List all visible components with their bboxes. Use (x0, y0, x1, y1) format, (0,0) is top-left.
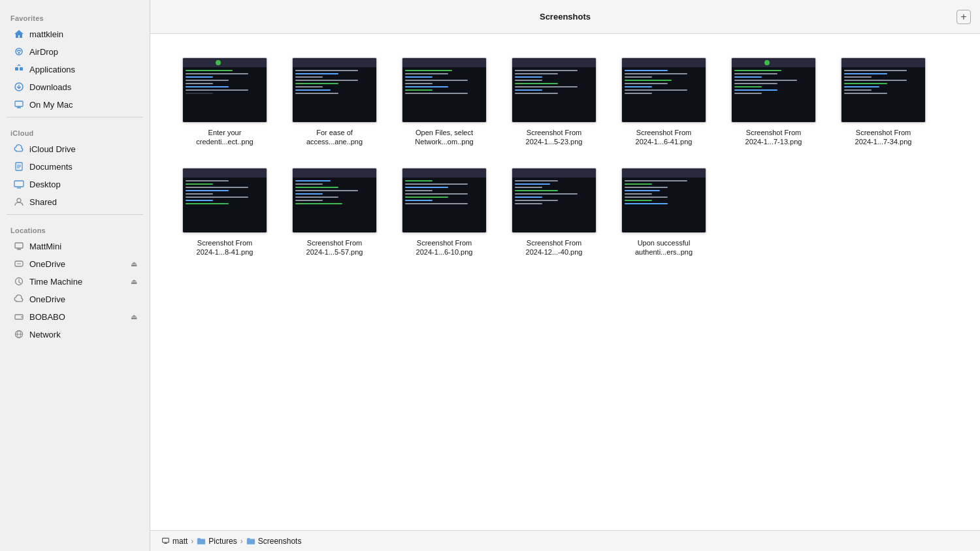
breadcrumb-pictures[interactable]: Pictures (197, 537, 237, 546)
file-label-2: For ease ofaccess...ane..png (306, 128, 363, 147)
file-label-12: Upon successfulauthenti...ers..png (635, 238, 693, 257)
timemachine-icon (13, 276, 25, 287)
file-item-4[interactable]: Screenshot From2024-1...5-23.png (502, 54, 606, 151)
file-label-10: Screenshot From2024-1...6-10.png (416, 238, 473, 257)
sidebar-label-timemachine: Time Machine (29, 277, 82, 287)
eject-onedrive1-button[interactable]: ⏏ (129, 259, 139, 269)
shared-icon (13, 196, 25, 208)
file-item-6[interactable]: Screenshot From2024-1...7-13.png (721, 54, 826, 151)
sidebar-label-shared: Shared (29, 197, 57, 207)
breadcrumb-pictures-label: Pictures (208, 537, 237, 546)
svg-rect-9 (15, 243, 23, 248)
breadcrumb-sep-2: › (240, 537, 243, 546)
sidebar-item-icloud-drive[interactable]: iCloud Drive (4, 140, 146, 157)
file-thumb-5 (621, 57, 706, 123)
sidebar-label-bobabo: BOBABO (29, 312, 65, 322)
sidebar-item-mattmini[interactable]: MattMini (4, 238, 146, 255)
svg-rect-16 (162, 538, 169, 543)
file-item-11[interactable]: Screenshot From2024-12...-40.png (502, 164, 606, 261)
sidebar-label-downloads: Downloads (29, 82, 71, 92)
network-icon (13, 328, 25, 340)
file-item-7[interactable]: Screenshot From2024-1...7-34.png (831, 54, 936, 151)
sidebar-label-onedrive2: OneDrive (29, 294, 65, 304)
svg-point-8 (17, 198, 21, 202)
sidebar-divider-1 (7, 117, 143, 118)
sidebar-label-mattklein: mattklein (29, 29, 63, 39)
sidebar-item-timemachine[interactable]: Time Machine ⏏ (4, 273, 146, 290)
sidebar-item-airdrop[interactable]: AirDrop (4, 43, 146, 60)
file-thumb-2 (292, 57, 377, 123)
file-label-7: Screenshot From2024-1...7-34.png (855, 128, 912, 147)
file-thumb-6 (731, 57, 816, 123)
file-item-9[interactable]: Screenshot From2024-1...5-57.png (282, 164, 387, 261)
file-item-10[interactable]: Screenshot From2024-1...6-10.png (392, 164, 497, 261)
sidebar-item-downloads[interactable]: Downloads (4, 78, 146, 95)
sidebar-divider-2 (7, 214, 143, 215)
file-label-3: Open Files, selectNetwork...om..png (415, 128, 473, 147)
sidebar-item-shared[interactable]: Shared (4, 193, 146, 210)
file-item-2[interactable]: For ease ofaccess...ane..png (282, 54, 387, 151)
eject-timemachine-button[interactable]: ⏏ (129, 276, 139, 287)
file-item-8[interactable]: Screenshot From2024-1...8-41.png (172, 164, 277, 261)
computer-icon (13, 240, 25, 252)
sidebar-label-airdrop: AirDrop (29, 47, 58, 57)
downloads-icon (13, 81, 25, 93)
airdrop-icon (13, 46, 25, 57)
svg-rect-2 (15, 67, 18, 71)
breadcrumb-mac-label: matt (172, 537, 188, 546)
breadcrumb-sep-1: › (191, 537, 193, 546)
breadcrumb-mac[interactable]: matt (161, 537, 188, 546)
window-title: Screenshots (540, 12, 591, 22)
file-item-12[interactable]: Upon successfulauthenti...ers..png (612, 164, 716, 261)
sidebar-label-network: Network (29, 330, 61, 339)
file-thumb-3 (402, 57, 487, 123)
svg-point-1 (18, 52, 20, 54)
file-label-8: Screenshot From2024-1...8-41.png (197, 238, 253, 257)
file-item-5[interactable]: Screenshot From2024-1...6-41.png (612, 54, 716, 151)
drive-icon (13, 258, 25, 270)
sidebar-label-onedrive1: OneDrive (29, 259, 65, 269)
cloud-icon (13, 293, 25, 305)
desktop-icon (13, 178, 25, 190)
file-item-1[interactable]: Enter yourcredenti...ect..png (172, 54, 277, 151)
sidebar-item-desktop[interactable]: Desktop (4, 176, 146, 193)
file-thumb-11 (512, 168, 596, 233)
file-label-4: Screenshot From2024-1...5-23.png (526, 128, 583, 147)
breadcrumb-screenshots[interactable]: Screenshots (246, 537, 302, 546)
sidebar-item-mattklein[interactable]: mattklein (4, 25, 146, 42)
locations-section-label: Locations (0, 219, 150, 237)
sidebar: Favorites mattklein AirDrop (0, 0, 150, 551)
eject-bobabo-button[interactable]: ⏏ (129, 311, 139, 322)
main-content: Screenshots + Enter yourcredenti...ect.. (150, 0, 980, 551)
file-thumb-10 (402, 168, 487, 233)
sidebar-item-onmymac[interactable]: On My Mac (4, 96, 146, 113)
folder-bc-icon-1 (197, 537, 206, 546)
apps-icon (13, 63, 25, 75)
icloud-section-label: iCloud (0, 121, 150, 140)
favorites-section-label: Favorites (0, 7, 150, 25)
file-label-9: Screenshot From2024-1...5-57.png (306, 238, 363, 257)
sidebar-item-applications[interactable]: Applications (4, 61, 146, 78)
breadcrumb-screenshots-label: Screenshots (258, 537, 302, 546)
sidebar-item-onedrive1[interactable]: OneDrive ⏏ (4, 255, 146, 272)
sidebar-item-network[interactable]: Network (4, 326, 146, 343)
sidebar-label-mattmini: MattMini (29, 242, 61, 251)
docs-icon (13, 161, 25, 172)
add-tab-button[interactable]: + (956, 10, 971, 24)
svg-point-13 (21, 317, 22, 318)
svg-rect-7 (14, 181, 24, 187)
sidebar-label-applications: Applications (29, 65, 75, 74)
sidebar-item-bobabo[interactable]: BOBABO ⏏ (4, 308, 146, 325)
file-label-1: Enter yourcredenti...ect..png (196, 128, 253, 147)
breadcrumb-bar: matt › Pictures › Screenshots (150, 530, 980, 551)
file-item-3[interactable]: Open Files, selectNetwork...om..png (392, 54, 497, 151)
svg-rect-5 (15, 101, 23, 106)
sidebar-label-documents: Documents (29, 162, 73, 172)
file-thumb-4 (512, 57, 596, 123)
mac-bc-icon (161, 537, 170, 546)
svg-rect-3 (20, 67, 23, 71)
folder-bc-icon-2 (246, 537, 255, 546)
sidebar-item-documents[interactable]: Documents (4, 158, 146, 175)
sidebar-item-onedrive2[interactable]: OneDrive (4, 291, 146, 307)
file-thumb-7 (841, 57, 926, 123)
